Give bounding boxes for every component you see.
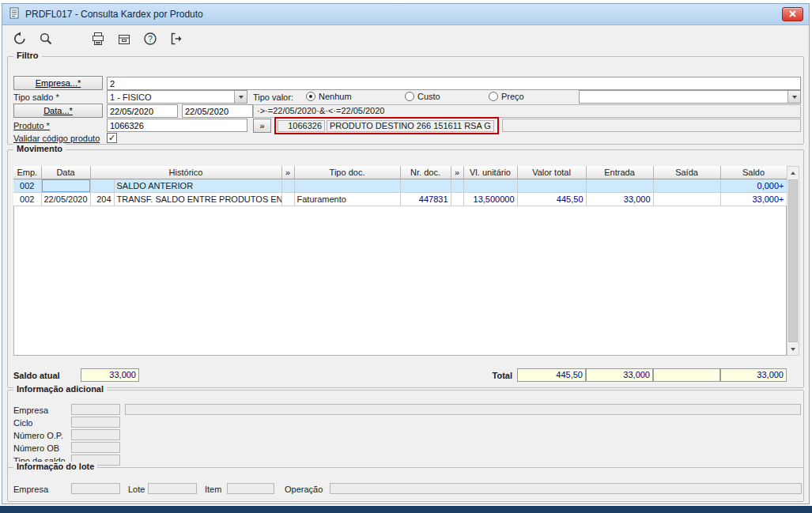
info-adicional-legend: Informação adicional: [13, 384, 107, 394]
movimento-legend: Movimento: [13, 144, 66, 153]
tipo-saldo-select[interactable]: 1 - FISICO: [107, 90, 247, 104]
radio-nenhum[interactable]: Nenhum: [306, 91, 352, 102]
adicional-ciclo-field: [71, 417, 120, 428]
cell-entrada[interactable]: 33,000: [586, 192, 653, 206]
info-lote-legend: Informação do lote: [13, 462, 97, 471]
cell-hist-cod[interactable]: [90, 179, 114, 192]
lote-lote-field: [148, 483, 197, 494]
radio-unselected-icon: [405, 92, 414, 101]
window-title: PRDFL017 - Consulta Kardex por Produto: [25, 9, 203, 20]
col-chevron-1[interactable]: »: [281, 166, 294, 179]
chevron-down-icon: [787, 91, 800, 103]
saldo-atual-field: 33,000: [81, 368, 139, 382]
validar-checkbox[interactable]: ✓: [107, 133, 117, 143]
arrow-up-icon: [791, 172, 795, 175]
cell-historico[interactable]: SALDO ANTERIOR: [114, 179, 281, 192]
grid-header-row: Emp. Data Histórico » Tipo doc. Nr. doc.…: [13, 166, 787, 179]
scroll-up-button[interactable]: [787, 167, 799, 179]
data-inicial-input[interactable]: [107, 104, 178, 118]
cell-entrada[interactable]: [586, 179, 653, 192]
cell-historico[interactable]: TRANSF. SALDO ENTRE PRODUTOS ENTRADA: [114, 192, 281, 206]
adicional-empresa-label: Empresa: [13, 405, 48, 416]
search-button[interactable]: [36, 31, 55, 48]
adicional-numero-op-field: [71, 429, 120, 440]
cell-valor-total[interactable]: 445,50: [517, 192, 586, 206]
adicional-numero-ob-label: Número OB: [13, 443, 59, 454]
grid-row-movimento[interactable]: 002 22/05/2020 204 TRANSF. SALDO ENTRE P…: [13, 192, 787, 206]
cell-valor-total[interactable]: [517, 179, 586, 192]
app-window: PRDFL017 - Consulta Kardex por Produto: [2, 3, 810, 504]
print-button[interactable]: [89, 31, 108, 48]
cell-saida[interactable]: [653, 192, 720, 206]
cell-nr-doc[interactable]: [400, 179, 451, 192]
data-final-input[interactable]: [182, 104, 253, 118]
cell-chevron[interactable]: [281, 192, 294, 206]
col-tipo-doc[interactable]: Tipo doc.: [294, 166, 400, 179]
col-data[interactable]: Data: [41, 166, 90, 179]
produto-codigo-field: 1066326: [278, 120, 325, 132]
produto-label[interactable]: Produto *: [13, 120, 50, 131]
adicional-empresa-desc-field: [125, 404, 801, 415]
scrollbar-thumb[interactable]: [788, 179, 798, 342]
tipo-valor-label: Tipo valor:: [253, 92, 293, 103]
data-button[interactable]: Data...*: [13, 104, 103, 118]
col-historico[interactable]: Histórico: [90, 166, 281, 179]
col-emp[interactable]: Emp.: [13, 166, 41, 179]
close-button[interactable]: [782, 7, 803, 21]
col-valor-total[interactable]: Valor total: [517, 166, 586, 179]
cell-tipo-doc[interactable]: [294, 179, 400, 192]
background-strip: [0, 506, 812, 513]
data-expression-field: ·>·=22/05/2020·&·<·=22/05/2020: [253, 104, 801, 118]
cell-emp[interactable]: 002: [13, 192, 41, 206]
cell-vl-unitario[interactable]: [463, 179, 517, 192]
cell-data[interactable]: [41, 179, 90, 192]
cell-hist-cod[interactable]: 204: [90, 192, 114, 206]
help-button[interactable]: ?: [141, 31, 160, 48]
produto-input[interactable]: [107, 119, 247, 132]
arrow-down-icon: [791, 348, 795, 351]
empresa-input[interactable]: [107, 77, 801, 90]
total-label: Total: [474, 370, 512, 381]
printer-icon: [91, 32, 105, 47]
toolbar: ?: [2, 25, 809, 54]
refresh-button[interactable]: [10, 31, 29, 48]
radio-preco-label: Preço: [501, 92, 524, 101]
col-saldo[interactable]: Saldo: [720, 166, 787, 179]
produto-lookup-button[interactable]: »: [253, 119, 271, 133]
cell-vl-unitario[interactable]: 13,500000: [463, 192, 517, 206]
empresa-button[interactable]: Empresa...*: [13, 76, 103, 90]
svg-text:?: ?: [148, 35, 153, 43]
movimento-group: Movimento Emp. Data Histórico » Tipo doc…: [7, 149, 804, 388]
vertical-scrollbar[interactable]: [787, 166, 799, 356]
cell-saida[interactable]: [653, 179, 720, 192]
col-nr-doc[interactable]: Nr. doc.: [400, 166, 451, 179]
cell-data[interactable]: 22/05/2020: [41, 192, 90, 206]
cell-chevron[interactable]: [281, 179, 294, 192]
cell-nr-doc[interactable]: 447831: [400, 192, 451, 206]
col-entrada[interactable]: Entrada: [586, 166, 653, 179]
radio-custo[interactable]: Custo: [405, 91, 440, 102]
lote-operacao-label: Operação: [285, 484, 323, 495]
cell-tipo-doc[interactable]: Faturamento: [294, 192, 400, 206]
title-bar[interactable]: PRDFL017 - Consulta Kardex por Produto: [2, 4, 809, 25]
scroll-down-button[interactable]: [787, 343, 799, 355]
chevron-down-icon: [234, 91, 247, 103]
exit-button[interactable]: [167, 31, 186, 48]
lote-empresa-field: [71, 483, 120, 494]
radio-preco[interactable]: Preço: [489, 91, 524, 102]
col-chevron-2[interactable]: »: [451, 166, 463, 179]
cell-chevron[interactable]: [451, 192, 463, 206]
cell-saldo[interactable]: 33,000+: [720, 192, 787, 206]
col-saida[interactable]: Saída: [653, 166, 720, 179]
cell-chevron[interactable]: [451, 179, 463, 192]
lote-lote-label: Lote: [128, 484, 145, 495]
cell-saldo[interactable]: 0,000+: [720, 179, 787, 192]
col-vl-unitario[interactable]: Vl. unitário: [463, 166, 517, 179]
total-valor-field: 445,50: [517, 368, 586, 382]
grid-row-saldo-anterior[interactable]: 002 SALDO ANTERIOR 0,000+: [13, 179, 787, 192]
filtro-legend: Filtro: [13, 51, 42, 60]
tipo-valor-select[interactable]: [579, 90, 801, 104]
refresh-icon: [13, 32, 27, 47]
cell-emp[interactable]: 002: [13, 179, 41, 192]
archive-button[interactable]: [115, 31, 134, 48]
